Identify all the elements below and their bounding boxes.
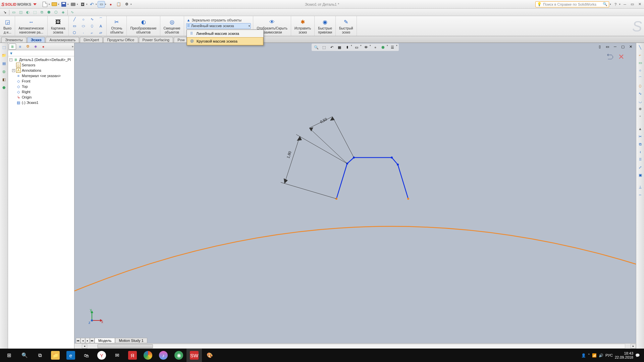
rt-fillet-icon[interactable]: ◡	[637, 98, 643, 104]
rt-extend-icon[interactable]: ✂	[637, 133, 643, 139]
tb-chrome-icon[interactable]	[140, 349, 156, 362]
tree-tab-config[interactable]: ⚙	[24, 44, 32, 50]
endpoint[interactable]	[407, 198, 409, 200]
trim-button[interactable]: ✂ Отсечь объекты	[109, 17, 124, 35]
tray-people-icon[interactable]: 👤	[581, 353, 586, 358]
tree-tab-dim[interactable]: ◈	[32, 44, 39, 50]
tb-paint-icon[interactable]: 🎨	[202, 349, 217, 362]
rt-trim-icon[interactable]: ▲	[637, 126, 643, 132]
rt-mirror-icon[interactable]: ⫞	[637, 149, 643, 155]
rt-rect-icon[interactable]: ▭	[637, 60, 643, 66]
tb-mail-icon[interactable]: ✉	[109, 349, 125, 362]
tb-itunes-icon[interactable]: ♪	[156, 349, 171, 362]
motion-study-tab[interactable]: Motion Study 1	[115, 338, 147, 343]
endpoint[interactable]	[391, 157, 393, 159]
circle-tool[interactable]: ○	[79, 16, 87, 22]
sweep-icon[interactable]: ⬚	[32, 9, 38, 16]
revolve-icon[interactable]: ◐	[24, 9, 31, 16]
arrow-tool-icon[interactable]: ↘	[1, 9, 8, 16]
fillet-tool[interactable]: ⌐	[88, 30, 96, 36]
file-explorer-icon[interactable]: 📁	[1, 52, 7, 58]
tb-yandex-icon[interactable]: Y	[94, 349, 109, 362]
tray-up-icon[interactable]: ˄	[588, 353, 590, 358]
vp-split2-icon[interactable]: ▭	[604, 44, 611, 50]
tray-lang[interactable]: РУС	[605, 353, 613, 357]
rt-move-icon[interactable]: ⤢	[637, 164, 643, 170]
rt-line-icon[interactable]: ╲	[637, 44, 643, 50]
tb-yandex2-icon[interactable]: Я	[125, 349, 140, 362]
linear-pattern-option[interactable]: ⠿Линейный массив эскиза	[187, 30, 263, 37]
tab-nav-first[interactable]: ⏮	[76, 338, 80, 343]
rt-offset-icon[interactable]: ⧉	[637, 141, 643, 147]
open-button[interactable]	[51, 1, 58, 8]
graphics-viewport[interactable]: 🔍 ⬚ ↶ ▦ ⬍▾ ▭▾ 👁▾ ● ⬢▾ ☰▾ ▯ ▭ ─ ▢ ✕ ⮌ ✕	[74, 43, 636, 349]
tree-origin[interactable]: ↳Origin	[8, 95, 74, 100]
smart-dimension-button[interactable]: ↔ Автоматическое нанесение ра...	[17, 17, 45, 35]
rapid-sketch-button[interactable]: ✎ Быстрый эскиз	[338, 17, 355, 35]
tab-powersurfacing[interactable]: Power Surfacing	[139, 37, 173, 43]
polygon-tool[interactable]: ⬡	[71, 30, 78, 36]
tb-solidworks-icon[interactable]: SW	[186, 349, 202, 362]
tree-tab-feature[interactable]: 🗎	[9, 44, 16, 50]
dim-180[interactable]: 1,80	[286, 151, 292, 159]
save-button[interactable]	[60, 1, 67, 8]
tree-tab-display[interactable]: ●	[40, 44, 47, 50]
close-button[interactable]: ✕	[637, 2, 643, 7]
scroll-thumb[interactable]	[98, 344, 153, 348]
tree-sketch1[interactable]: ▨(-) Эскиз1	[8, 100, 74, 105]
horizontal-scrollbar[interactable]: ◂ ▸	[74, 343, 636, 349]
view-palette-icon[interactable]: ▤	[1, 60, 7, 66]
tree-collapse-button[interactable]: »	[72, 45, 73, 48]
rt-point-icon[interactable]: ❋	[637, 106, 643, 112]
dim-050[interactable]: 0,50	[319, 117, 328, 124]
rt-convert-icon[interactable]: ▣	[637, 172, 643, 178]
offset-button[interactable]: ◎ Смещение объектов	[162, 17, 182, 35]
tab-nav-next[interactable]: ▸	[85, 338, 90, 343]
prev-view-icon[interactable]: ↶	[328, 44, 335, 50]
loft-icon[interactable]: ⧉	[39, 9, 45, 16]
zoom-area-icon[interactable]: ⬚	[321, 44, 327, 50]
tb-kompas-icon[interactable]: ◉	[171, 349, 186, 362]
arc-tool[interactable]: ⌒	[97, 16, 104, 22]
appearance-icon[interactable]: ◍	[1, 68, 7, 74]
display-style-icon[interactable]: ▭	[353, 44, 360, 50]
tab-features[interactable]: Элементы	[1, 37, 26, 43]
rt-dim-icon[interactable]: ↔	[637, 192, 643, 198]
box-icon[interactable]: ▭	[10, 9, 17, 16]
tray-wifi-icon[interactable]: 📶	[592, 353, 597, 358]
tree-sensors[interactable]: ◎Sensors	[8, 62, 74, 68]
model-tab[interactable]: Модель	[95, 338, 115, 343]
tree-front[interactable]: ◇Front	[8, 78, 74, 84]
circular-pattern-option[interactable]: ⦿Круговой массив эскиза	[187, 37, 263, 45]
hide-show-icon[interactable]: 👁	[363, 44, 369, 50]
rebuild-button[interactable]: ●	[107, 1, 114, 8]
rt-circle-icon[interactable]: ○	[637, 67, 643, 73]
zoom-fit-icon[interactable]: 🔍	[313, 44, 320, 50]
tb-store-icon[interactable]: 🛍	[78, 349, 94, 362]
scroll-left-button[interactable]: ◂	[82, 344, 87, 349]
rt-text-icon[interactable]: ＊	[637, 114, 643, 120]
maximize-button[interactable]: ▭	[629, 2, 635, 7]
scroll-right-button[interactable]: ▸	[631, 344, 636, 349]
cube1-icon[interactable]: ⬢	[46, 9, 52, 16]
curve-icon[interactable]: ∿	[69, 9, 75, 16]
confirm-sketch-icon[interactable]: ⮌	[605, 52, 614, 62]
cube2-icon[interactable]: ⬡	[53, 9, 59, 16]
design-lib-icon[interactable]: ⬚	[1, 44, 7, 50]
quick-snaps-button[interactable]: ◉ Быстрые привязки	[317, 17, 333, 35]
edit-appearance-icon[interactable]: ●	[372, 44, 379, 50]
custom-props-icon[interactable]: ◧	[1, 76, 7, 82]
line-tool[interactable]: ╱	[71, 16, 78, 22]
tab-evaluate[interactable]: Анализировать	[46, 37, 79, 43]
start-button[interactable]: ⊞	[1, 349, 17, 362]
arc-entity[interactable]	[74, 226, 636, 291]
vp-split1-icon[interactable]: ▯	[596, 44, 603, 50]
help-button[interactable]: ?	[612, 2, 619, 7]
view-orient-icon[interactable]: ⬍	[344, 44, 351, 50]
tab-dimxpert[interactable]: DimXpert	[80, 37, 103, 43]
section-view-icon[interactable]: ▦	[336, 44, 343, 50]
tab-nav-prev[interactable]: ◂	[80, 338, 85, 343]
undo-button[interactable]: ↶	[88, 1, 96, 8]
help-search-input[interactable]: 💡 Поиск в Справке по SolidWorks 🔍	[535, 1, 609, 7]
rt-relation-icon[interactable]: ⊥	[637, 184, 643, 190]
